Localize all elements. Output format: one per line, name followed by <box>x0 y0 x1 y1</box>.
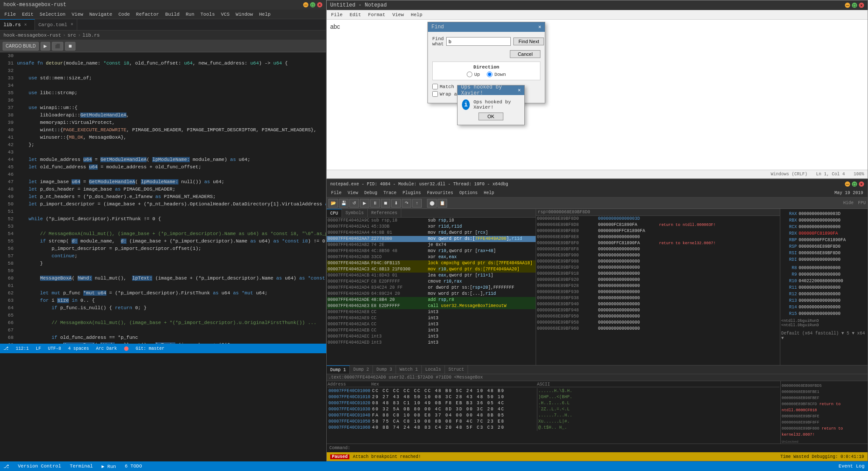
menu-run[interactable]: Run <box>183 11 197 18</box>
find-next-btn[interactable]: Find Next <box>513 38 544 45</box>
menu-build[interactable]: Build <box>163 11 182 18</box>
notepad-content[interactable]: abc <box>327 20 868 170</box>
dump-tab[interactable]: Dump 1 <box>327 365 350 374</box>
hex-row[interactable]: 00007FFE40C01040FA 88 C8 10 08 E8 37 04 … <box>328 413 779 419</box>
stack-row[interactable]: 00000068E89BF9580000000000000000 <box>536 320 780 326</box>
dbg-open-btn[interactable]: 📂 <box>328 199 338 208</box>
debugger-minimize[interactable]: ─ <box>845 181 850 187</box>
dump3-tab[interactable]: Dump 3 <box>373 365 396 374</box>
cancel-btn[interactable]: Cancel <box>510 50 540 58</box>
debug-btn[interactable]: ⬛ <box>52 42 63 51</box>
disasm-row[interactable]: 00007FFE40462AC34C:8B13 21F0300mov r10,q… <box>327 266 536 273</box>
disasm-row[interactable]: 00007FFE40462ADE48:8B4 20add rsp,r8 <box>327 297 536 303</box>
watch-tab[interactable]: Watch 1 <box>396 365 422 374</box>
up-radio[interactable] <box>467 72 472 77</box>
notepad-menu-file[interactable]: File <box>328 11 345 18</box>
dbg-save-btn[interactable]: 💾 <box>339 199 349 208</box>
struct-tab[interactable]: Struct <box>445 365 468 374</box>
notepad-minimize[interactable]: ─ <box>845 3 850 8</box>
dbg-menu-favourites[interactable]: Favourites <box>424 190 456 196</box>
hex-row[interactable]: 00007FFE40C0105058 75 CA C8 10 08 8B 08 … <box>328 419 779 425</box>
dbg-log-btn[interactable]: 📋 <box>437 199 447 208</box>
tab-cargo-toml[interactable]: Cargo.toml × <box>35 19 77 30</box>
status-git[interactable]: Git: master <box>136 346 164 351</box>
disasm-row[interactable]: 00007FFE40462ACFC8 E2DFFFFFcmove r10,rax <box>327 279 536 285</box>
dbg-menu-help[interactable]: Help <box>481 190 497 196</box>
breadcrumb-src[interactable]: src <box>68 33 76 38</box>
disasm-row[interactable]: 00007FFE40462AE9CCint3 <box>327 315 536 321</box>
menu-code[interactable]: Code <box>116 11 132 18</box>
find-close-btn[interactable]: × <box>538 24 541 30</box>
disasm-row[interactable]: 00007FFE40462AD4834C24 20 FFor dword ptr… <box>327 285 536 291</box>
stack-row[interactable]: 00000068E89BF8F80000000000000000 <box>536 246 780 253</box>
disasm-row[interactable]: 00007FFE40462ACB41:8D43 01lea eax,qword … <box>327 273 536 279</box>
minimize-button[interactable]: ─ <box>303 2 308 7</box>
down-radio-label[interactable]: Down <box>487 72 506 77</box>
menu-refactor[interactable]: Refactor <box>133 11 162 18</box>
stack-row[interactable]: 00000068E89BF9480000000000000000 <box>536 307 780 314</box>
disasm-row[interactable]: 00007FFE40462AB44C:8B50 48mov r10,qword … <box>327 248 536 254</box>
menu-navigate[interactable]: Navigate <box>87 11 115 18</box>
menu-window[interactable]: Window <box>233 11 256 18</box>
references-tab[interactable]: References <box>368 209 401 217</box>
disasm-row[interactable]: 00007FFE40462AA722770300mov qword ptr ds… <box>327 236 536 242</box>
notepad-menu-help[interactable]: Help <box>408 11 425 18</box>
menu-tools[interactable]: Tools <box>198 11 218 18</box>
disasm-row[interactable]: 00007FFE40462AECint3int3 <box>327 334 536 340</box>
dbg-step-over-btn[interactable]: ↷ <box>402 199 411 208</box>
stack-row[interactable]: 00000068E89BF8F0000000FFC81890FAreturn t… <box>536 240 780 246</box>
command-input[interactable] <box>353 444 868 452</box>
status-run-btn[interactable]: ▶ Run <box>102 464 116 469</box>
tab-lib-rs-close[interactable]: × <box>24 23 27 27</box>
notepad-menu-view[interactable]: View <box>390 11 406 18</box>
stack-row[interactable]: 00000068E89BF9600000000000000000 <box>536 326 780 332</box>
status-todo-badge[interactable]: 6 TODO <box>125 464 142 469</box>
breadcrumb-project[interactable]: hook-messagebox-rust <box>3 33 61 38</box>
disasm-row[interactable]: 00007FFE40462AE8CCint3 <box>327 309 536 315</box>
dbg-step-out-btn[interactable]: ↑ <box>412 199 422 208</box>
dump2-tab[interactable]: Dump 2 <box>350 365 373 374</box>
status-ln-col[interactable]: 112:1 <box>16 346 29 351</box>
dbg-menu-view[interactable]: View <box>345 190 361 196</box>
stack-row[interactable]: 00000068E89BF9100000000000000000 <box>536 265 780 271</box>
menu-vcs[interactable]: VCS <box>219 11 232 18</box>
notepad-close[interactable]: × <box>859 3 864 8</box>
dbg-menu-debug[interactable]: Debug <box>362 190 380 196</box>
stack-row[interactable]: 00000068E89BF9400000000000000000 <box>536 301 780 307</box>
disasm-row[interactable]: 00007FFE40462AEACCint3 <box>327 321 536 328</box>
dbg-menu-options[interactable]: Options <box>457 190 480 196</box>
up-radio-label[interactable]: Up <box>467 72 480 77</box>
menu-help[interactable]: Help <box>256 11 273 18</box>
stack-row[interactable]: 00000068E89BF8E80000000000000000 <box>536 234 780 240</box>
status-event-log-btn[interactable]: Event Log <box>839 464 865 469</box>
stack-row[interactable]: 00000068E89BF9380000000000000000 <box>536 295 780 301</box>
tab-cargo-toml-close[interactable]: × <box>71 22 73 27</box>
notepad-menu-format[interactable]: Format <box>366 11 388 18</box>
maximize-button[interactable]: □ <box>310 2 315 7</box>
disasm-row[interactable]: 00007FFE40462AE3E8 E2DFFFFFcall user32.M… <box>327 303 536 309</box>
code-content[interactable]: unsafe fn detour(module_name: *const i8,… <box>15 52 326 353</box>
notepad-menu-edit[interactable]: Edit <box>347 11 363 18</box>
close-button[interactable]: × <box>317 2 322 7</box>
stack-row[interactable]: 00000068E89BF8D8000000FC81890FAreturn to… <box>536 222 780 228</box>
cpu-tab[interactable]: CPU <box>327 209 342 217</box>
dbg-step-into-btn[interactable]: ⬇ <box>391 199 401 208</box>
stack-row[interactable]: 00000068E89BF9500000000000000000 <box>536 314 780 320</box>
hex-row[interactable]: 00007FFE40C01000CC CC CC CC CC CC 48 B9 … <box>328 388 779 394</box>
hex-row[interactable]: 00007FFE40C0101029 27 43 48 50 10 08 3C … <box>328 394 779 400</box>
status-vc[interactable]: Version Control <box>18 464 61 469</box>
stack-row[interactable]: 00000068E89BF9000000000000000000 <box>536 253 780 259</box>
debugger-maximize[interactable]: □ <box>852 181 857 187</box>
menu-edit[interactable]: Edit <box>19 11 36 18</box>
dbg-pause-btn[interactable]: ⏸ <box>370 199 380 208</box>
dbg-run-btn[interactable]: ▶ <box>360 199 369 208</box>
menu-selection[interactable]: Selection <box>37 11 68 18</box>
dbg-restart-btn[interactable]: ↺ <box>349 199 359 208</box>
dbg-menu-file[interactable]: File <box>328 190 344 196</box>
debugger-close[interactable]: × <box>859 181 864 187</box>
symbols-tab[interactable]: Symbols <box>342 209 368 217</box>
stop-btn[interactable]: ⏹ <box>65 42 75 51</box>
cargo-build-btn[interactable]: CARGO BUILD <box>3 42 39 51</box>
stack-row[interactable]: 00000068E89BF8D0000000000000003D <box>536 216 780 222</box>
dbg-stop-btn[interactable]: ⏹ <box>381 199 390 208</box>
